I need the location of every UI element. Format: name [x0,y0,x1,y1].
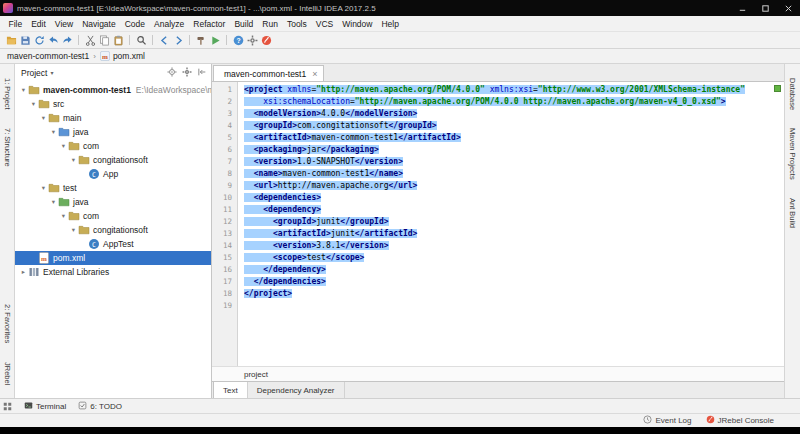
menu-code[interactable]: Code [120,19,149,29]
menu-window[interactable]: Window [338,19,377,29]
code-line[interactable]: <url>http://maven.apache.org</url> [244,180,772,192]
tool-windows-access-icon[interactable] [3,402,12,411]
chevron-down-icon[interactable]: ▾ [59,142,68,150]
menu-analyze[interactable]: Analyze [150,19,189,29]
chevron-down-icon[interactable]: ▾ [69,156,78,164]
menu-edit[interactable]: Edit [27,19,51,29]
tree-item-java[interactable]: ▾java [15,195,211,209]
code-line[interactable]: <version>3.8.1</version> [244,240,772,252]
tool-button-terminal[interactable]: Terminal [24,401,66,412]
copy-icon[interactable] [97,33,111,47]
menu-tools[interactable]: Tools [282,19,311,29]
code-line[interactable]: <packaging>jar</packaging> [244,144,772,156]
code-editor[interactable]: <project xmlns="http://maven.apache.org/… [238,82,772,366]
code-line[interactable]: <artifactId>junit</artifactId> [244,228,772,240]
chevron-right-icon[interactable]: ▸ [19,268,28,276]
locate-icon[interactable] [167,67,177,79]
settings-icon[interactable] [182,67,192,79]
menu-build[interactable]: Build [230,19,258,29]
back-icon[interactable] [157,33,171,47]
code-line[interactable]: <dependency> [244,204,772,216]
open-folder-icon[interactable] [4,33,18,47]
code-line[interactable]: </dependency> [244,264,772,276]
menu-refactor[interactable]: Refactor [189,19,230,29]
tree-item-app[interactable]: CApp [15,167,211,181]
tool-button-1-project[interactable]: 1: Project [3,78,12,110]
menu-help[interactable]: Help [377,19,403,29]
menu-view[interactable]: View [50,19,77,29]
tree-item-external-libraries[interactable]: ▸External Libraries [15,265,211,279]
paste-icon[interactable] [111,33,125,47]
menu-navigate[interactable]: Navigate [78,19,121,29]
code-line[interactable] [244,300,772,312]
editor-mode-tab-text[interactable]: Text [213,382,248,398]
synchronize-icon[interactable] [32,33,46,47]
forward-icon[interactable] [171,33,185,47]
chevron-down-icon[interactable]: ▾ [19,86,28,94]
tree-item-maven-common-test1[interactable]: ▾maven-common-test1E:\IdeaWorkspace\mave… [15,83,211,97]
tool-button-2-favorites[interactable]: 2: Favorites [3,304,12,343]
status-jrebel-console[interactable]: JRebel Console [706,415,774,426]
status-event-log[interactable]: Event Log [643,415,691,426]
chevron-down-icon[interactable]: ▾ [49,198,58,206]
code-line[interactable]: <name>maven-common-test1</name> [244,168,772,180]
breadcrumb-item-pom-xml[interactable]: pom.xml [113,51,145,61]
project-view-selector[interactable]: Project [21,68,47,78]
menu-run[interactable]: Run [258,19,283,29]
editor-tab-pom-xml[interactable]: maven-common-test1 × [213,65,324,81]
help-icon[interactable]: ? [231,33,245,47]
chevron-down-icon[interactable]: ▾ [29,100,38,108]
editor-mode-tab-dependency-analyzer[interactable]: Dependency Analyzer [248,382,345,398]
code-line[interactable]: xsi:schemaLocation="http://maven.apache.… [244,96,772,108]
tree-item-congitationsoft[interactable]: ▾congitationsoft [15,153,211,167]
undo-icon[interactable] [46,33,60,47]
tool-button-ant-build[interactable]: Ant Build [788,198,797,228]
redo-icon[interactable] [60,33,74,47]
run-icon[interactable] [208,33,222,47]
code-line[interactable]: <dependencies> [244,192,772,204]
chevron-down-icon[interactable]: ▾ [39,114,48,122]
window-close-button[interactable] [777,0,800,16]
save-all-icon[interactable] [18,33,32,47]
tool-button-maven-projects[interactable]: Maven Projects [788,128,797,180]
code-line[interactable]: </dependencies> [244,276,772,288]
chevron-down-icon[interactable]: ▾ [50,69,53,76]
cut-icon[interactable] [83,33,97,47]
jrebel-icon[interactable] [259,33,273,47]
tool-button-database[interactable]: Database [788,78,797,110]
chevron-down-icon[interactable]: ▾ [69,226,78,234]
tree-item-test[interactable]: ▾test [15,181,211,195]
tool-button-6-todo[interactable]: 6: TODO [78,401,122,412]
tree-item-java[interactable]: ▾java [15,125,211,139]
code-line[interactable]: <modelVersion>4.0.0</modelVersion> [244,108,772,120]
code-line[interactable]: <project xmlns="http://maven.apache.org/… [244,84,772,96]
chevron-down-icon[interactable]: ▾ [39,184,48,192]
hide-icon[interactable] [197,67,207,79]
find-icon[interactable] [134,33,148,47]
tree-item-congitationsoft[interactable]: ▾congitationsoft [15,223,211,237]
tool-button-jrebel[interactable]: JRebel [3,362,12,385]
tree-item-src[interactable]: ▾src [15,97,211,111]
breadcrumb-tag-project[interactable]: project [244,370,268,379]
tree-item-com[interactable]: ▾com [15,209,211,223]
breadcrumb-item-maven-common-test1[interactable]: maven-common-test1 [7,51,89,61]
menu-file[interactable]: File [4,19,27,29]
tree-item-pom-xml[interactable]: mpom.xml [15,251,211,265]
settings-icon[interactable] [245,33,259,47]
code-line[interactable]: <artifactId>maven-common-test1</artifact… [244,132,772,144]
code-line[interactable]: <scope>test</scope> [244,252,772,264]
window-maximize-button[interactable] [754,0,777,16]
inspection-ok-indicator[interactable] [774,85,781,92]
code-line[interactable]: <version>1.0-SNAPSHOT</version> [244,156,772,168]
close-tab-icon[interactable]: × [312,69,317,79]
code-line[interactable]: </project> [244,288,772,300]
tool-button-7-structure[interactable]: 7: Structure [3,128,12,167]
code-line[interactable]: <groupId>com.congitationsoft</groupId> [244,120,772,132]
menu-vcs[interactable]: VCS [311,19,337,29]
window-minimize-button[interactable] [731,0,754,16]
build-icon[interactable] [194,33,208,47]
code-line[interactable]: <groupId>junit</groupId> [244,216,772,228]
tree-item-main[interactable]: ▾main [15,111,211,125]
tree-item-apptest[interactable]: CAppTest [15,237,211,251]
chevron-down-icon[interactable]: ▾ [49,128,58,136]
